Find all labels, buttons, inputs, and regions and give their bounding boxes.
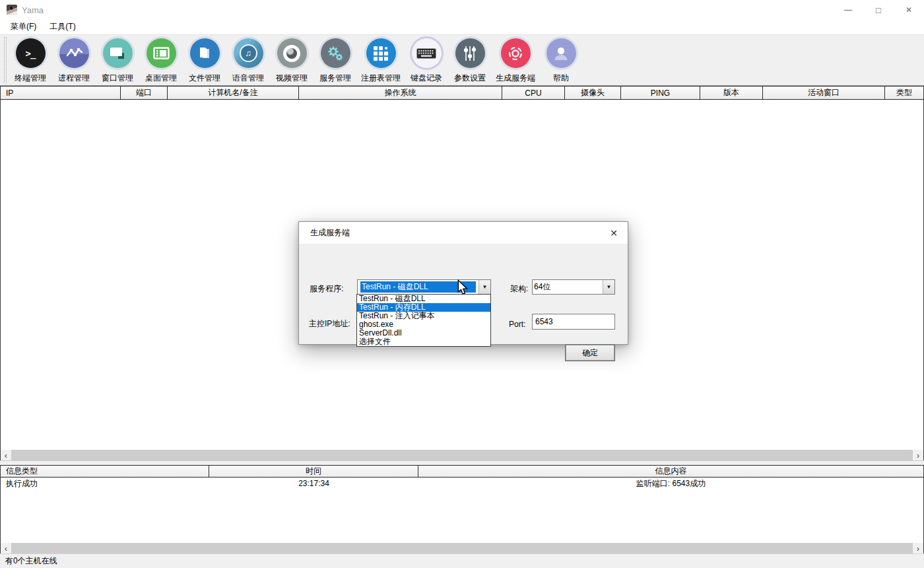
- port-input[interactable]: [532, 314, 615, 330]
- menu-item-tools[interactable]: 工具(T): [44, 20, 81, 34]
- menu-bar: 菜单(F) 工具(T): [0, 20, 924, 34]
- toolbar-item-process[interactable]: 进程管理: [52, 35, 96, 84]
- maximize-icon[interactable]: □: [863, 0, 894, 20]
- host-list-hscrollbar: ‹ ›: [1, 450, 923, 460]
- log-time: 23:17:34: [209, 479, 418, 488]
- col-time[interactable]: 时间: [209, 466, 418, 478]
- toolbar-item-file[interactable]: 文件管理: [183, 35, 226, 84]
- log-hscrollbar: ‹ ›: [1, 543, 923, 553]
- menu-item-file[interactable]: 菜单(F): [5, 20, 42, 34]
- toolbar-item-help[interactable]: 帮助: [539, 35, 583, 84]
- host-list-header: IP 端口 计算机名/备注 操作系统 CPU 摄像头 PING 版本 活动窗口 …: [1, 86, 923, 100]
- audio-icon: ♫: [234, 38, 263, 68]
- col-version[interactable]: 版本: [700, 87, 763, 100]
- col-camera[interactable]: 摄像头: [565, 87, 621, 100]
- keyboard-icon: [412, 38, 442, 68]
- title-bar: Yama — □ ✕: [0, 0, 924, 20]
- dropdown-item[interactable]: ServerDll.dll: [357, 329, 490, 337]
- dropdown-item[interactable]: TestRun - 磁盘DLL: [357, 295, 490, 303]
- status-text: 有0个主机在线: [5, 555, 57, 567]
- scroll-left-icon[interactable]: ‹: [1, 450, 11, 460]
- program-label: 服务程序:: [310, 283, 343, 295]
- chevron-down-icon[interactable]: ▼: [478, 280, 490, 294]
- toolbar-item-desktop[interactable]: 桌面管理: [139, 35, 183, 84]
- service-icon: [321, 38, 350, 68]
- dialog-close-icon[interactable]: ✕: [607, 226, 621, 240]
- toolbar-item-audio[interactable]: ♫ 语音管理: [226, 35, 270, 84]
- dropdown-item[interactable]: TestRun - 注入记事本: [357, 312, 490, 320]
- toolbar-item-settings[interactable]: 参数设置: [448, 35, 492, 84]
- generate-server-icon: [501, 38, 531, 68]
- scroll-left-icon[interactable]: ‹: [1, 543, 11, 553]
- dropdown-item[interactable]: ghost.exe: [357, 320, 490, 329]
- mouse-cursor: [457, 279, 468, 297]
- toolbar-item-keylogger[interactable]: 键盘记录: [405, 35, 448, 84]
- scrollbar-thumb[interactable]: [11, 543, 913, 553]
- window-icon: [103, 38, 133, 68]
- arch-combobox[interactable]: 64位 ▼: [532, 279, 615, 295]
- arch-combobox-value: 64位: [533, 280, 603, 294]
- toolbar-item-terminal[interactable]: >_ 终端管理: [9, 35, 52, 84]
- toolbar-item-window[interactable]: 窗口管理: [96, 35, 139, 84]
- registry-icon: [366, 38, 396, 68]
- col-message-content[interactable]: 信息内容: [418, 466, 923, 478]
- log-type: 执行成功: [1, 478, 209, 489]
- dropdown-item-selected[interactable]: TestRun - 内存DLL: [357, 303, 490, 312]
- program-dropdown-list: TestRun - 磁盘DLL TestRun - 内存DLL TestRun …: [356, 294, 491, 347]
- scroll-right-icon[interactable]: ›: [913, 450, 923, 460]
- desktop-icon: [147, 38, 176, 68]
- dialog-title-bar: 生成服务端 ✕: [299, 222, 628, 244]
- log-body: 执行成功 23:17:34 监听端口: 6543成功: [1, 478, 923, 543]
- scroll-right-icon[interactable]: ›: [913, 543, 923, 553]
- col-os[interactable]: 操作系统: [299, 87, 502, 100]
- toolbar-item-registry[interactable]: 注册表管理: [357, 35, 405, 84]
- toolbar-item-service[interactable]: 服务管理: [314, 35, 357, 84]
- col-type[interactable]: 类型: [885, 87, 923, 100]
- log-row[interactable]: 执行成功 23:17:34 监听端口: 6543成功: [1, 478, 923, 489]
- file-icon: [190, 38, 220, 68]
- col-message-type[interactable]: 信息类型: [1, 466, 209, 478]
- toolbar-gripper: [4, 37, 7, 83]
- terminal-icon: >_: [16, 38, 46, 68]
- app-icon: [7, 5, 17, 15]
- col-active-window[interactable]: 活动窗口: [763, 87, 885, 100]
- col-ping[interactable]: PING: [621, 87, 700, 100]
- ok-button[interactable]: 确定: [565, 344, 615, 361]
- arch-label: 架构:: [510, 283, 528, 295]
- help-icon: [546, 38, 576, 68]
- dropdown-item[interactable]: 选择文件: [357, 337, 490, 346]
- process-icon: [59, 38, 89, 68]
- window-controls: — □ ✕: [833, 0, 924, 20]
- col-cpu[interactable]: CPU: [502, 87, 565, 100]
- program-combobox[interactable]: TestRun - 磁盘DLL ▼: [357, 279, 491, 295]
- toolbar: >_ 终端管理 进程管理 窗口管理 桌面管理 文件管理 ♫ 语音管理 视频管理: [0, 34, 924, 86]
- col-port[interactable]: 端口: [121, 87, 168, 100]
- dialog-title: 生成服务端: [310, 227, 350, 238]
- log-panel: 信息类型 时间 信息内容 执行成功 23:17:34 监听端口: 6543成功 …: [0, 465, 924, 553]
- params-icon: [455, 38, 485, 68]
- app-title: Yama: [22, 5, 44, 15]
- status-bar: 有0个主机在线: [0, 553, 924, 568]
- chevron-down-icon[interactable]: ▼: [603, 280, 614, 294]
- log-content: 监听端口: 6543成功: [418, 478, 923, 489]
- scrollbar-thumb[interactable]: [11, 450, 913, 460]
- port-label: Port:: [509, 320, 525, 329]
- close-icon[interactable]: ✕: [894, 0, 924, 20]
- panel-splitter[interactable]: [0, 460, 924, 465]
- log-header: 信息类型 时间 信息内容: [1, 465, 923, 478]
- master-ip-label: 主控IP地址:: [309, 318, 350, 330]
- toolbar-item-generate-server[interactable]: 生成服务端: [492, 35, 539, 84]
- video-icon: [277, 38, 307, 68]
- col-ip[interactable]: IP: [1, 87, 121, 100]
- toolbar-item-video[interactable]: 视频管理: [270, 35, 314, 84]
- minimize-icon[interactable]: —: [833, 0, 863, 20]
- col-computer-name[interactable]: 计算机名/备注: [168, 87, 299, 100]
